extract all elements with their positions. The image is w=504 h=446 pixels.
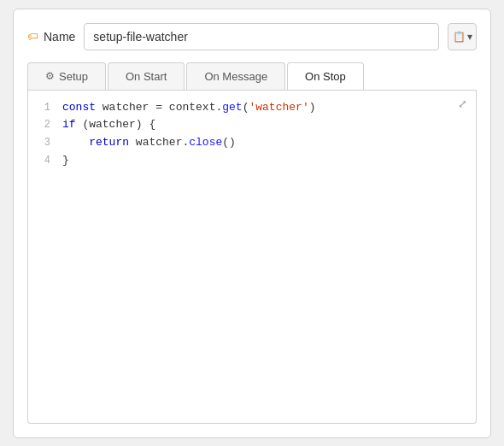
name-input[interactable] (84, 23, 439, 50)
name-label: 🏷 Name (27, 30, 75, 44)
tab-setup[interactable]: ⚙ Setup (27, 62, 106, 90)
code-lines: 1 const watcher = context.get('watcher')… (28, 99, 476, 170)
line-content-1: const watcher = context.get('watcher') (62, 99, 316, 117)
code-line-1: 1 const watcher = context.get('watcher') (28, 99, 476, 117)
expand-icon: ⤢ (458, 97, 467, 110)
tab-on-start[interactable]: On Start (108, 62, 185, 90)
code-editor[interactable]: ⤢ 1 const watcher = context.get('watcher… (27, 91, 477, 424)
tab-on-message[interactable]: On Message (186, 62, 285, 90)
line-content-2: if (watcher) { (62, 116, 155, 134)
line-num-2: 2 (28, 117, 62, 133)
tab-on-start-label: On Start (126, 70, 167, 83)
tag-icon: 🏷 (27, 30, 38, 43)
line-num-4: 4 (28, 153, 62, 169)
icon-button[interactable]: 📋 ▾ (448, 23, 477, 50)
code-line-3: 3 return watcher.close() (28, 134, 476, 152)
tab-on-stop[interactable]: On Stop (287, 62, 364, 90)
code-line-2: 2 if (watcher) { (28, 116, 476, 134)
chevron-down-icon: ▾ (467, 31, 472, 43)
name-label-text: Name (44, 30, 75, 44)
code-line-4: 4 } (28, 152, 476, 170)
tab-on-message-label: On Message (204, 70, 267, 83)
line-content-4: } (62, 152, 69, 170)
tab-on-stop-label: On Stop (305, 70, 346, 83)
icon-image: 📋 (453, 31, 466, 43)
main-panel: 🏷 Name 📋 ▾ ⚙ Setup On Start On Message O… (13, 9, 491, 438)
line-num-3: 3 (28, 135, 62, 151)
line-num-1: 1 (28, 100, 62, 116)
gear-icon: ⚙ (45, 70, 55, 82)
tab-setup-label: Setup (59, 70, 88, 83)
name-row: 🏷 Name 📋 ▾ (27, 23, 477, 50)
expand-button[interactable]: ⤢ (454, 96, 471, 113)
tabs-bar: ⚙ Setup On Start On Message On Stop (27, 62, 477, 91)
line-content-3: return watcher.close() (62, 134, 236, 152)
